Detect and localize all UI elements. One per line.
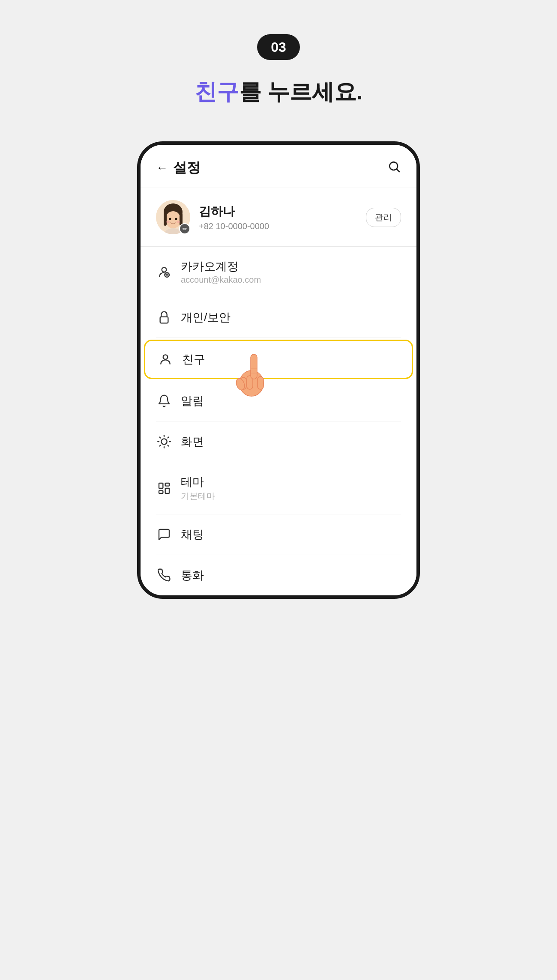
screen-title: 설정: [173, 158, 201, 177]
phone-icon: [156, 567, 172, 583]
avatar-wrap: ✏: [156, 200, 190, 234]
svg-line-29: [160, 437, 161, 438]
svg-point-0: [389, 162, 398, 170]
svg-point-10: [177, 221, 180, 223]
instruction-text: 친구를 누르세요.: [195, 77, 363, 107]
svg-point-9: [166, 221, 170, 223]
search-button[interactable]: [387, 160, 401, 176]
svg-line-34: [168, 437, 168, 438]
menu-item-friends-content: 친구: [182, 352, 400, 367]
back-button[interactable]: ←: [156, 161, 168, 175]
step-badge: 03: [257, 34, 300, 60]
theme-icon: [156, 480, 172, 496]
svg-line-1: [397, 169, 399, 172]
menu-item-call[interactable]: 통화: [141, 555, 416, 595]
svg-point-8: [175, 218, 177, 220]
instruction-suffix: 를 누르세요.: [239, 79, 363, 104]
svg-rect-37: [165, 488, 169, 493]
menu-item-kakao-account-sub: account@kakao.com: [181, 275, 401, 285]
svg-rect-36: [165, 483, 169, 486]
menu-item-kakao-account-label: 카카오계정: [181, 259, 401, 274]
svg-point-12: [162, 267, 167, 272]
menu-item-theme-content: 테마 기본테마: [181, 474, 401, 502]
svg-rect-5: [164, 213, 167, 226]
menu-item-call-label: 통화: [181, 568, 401, 583]
page-wrapper: 03 친구를 누르세요. ← 설정: [0, 0, 557, 980]
menu-item-friends-label: 친구: [182, 352, 400, 367]
menu-item-notification-label: 알림: [181, 393, 401, 409]
menu-item-chat[interactable]: 채팅: [141, 514, 416, 555]
menu-item-theme[interactable]: 테마 기본테마: [141, 462, 416, 514]
profile-section[interactable]: ✏ 김하나 +82 10-0000-0000 관리: [141, 188, 416, 247]
svg-rect-35: [159, 483, 163, 488]
instruction-highlight: 친구: [195, 79, 239, 104]
divider-2: [156, 338, 401, 338]
edit-icon: ✏: [183, 226, 187, 232]
menu-item-screen-content: 화면: [181, 434, 401, 449]
edit-avatar-button[interactable]: ✏: [179, 223, 190, 234]
svg-point-26: [161, 439, 167, 444]
svg-line-30: [168, 445, 168, 446]
header-left: ← 설정: [156, 158, 201, 177]
menu-item-privacy[interactable]: 개인/보안: [141, 297, 416, 338]
profile-info: 김하나 +82 10-0000-0000: [199, 203, 357, 231]
menu-item-screen[interactable]: 화면: [141, 421, 416, 462]
menu-item-privacy-content: 개인/보안: [181, 310, 401, 325]
menu-item-chat-label: 채팅: [181, 527, 401, 542]
svg-rect-38: [159, 490, 163, 493]
svg-point-4: [165, 211, 181, 228]
profile-name: 김하나: [199, 203, 357, 220]
phone-screen: ← 설정: [141, 145, 416, 595]
svg-line-33: [160, 445, 161, 446]
menu-item-notification[interactable]: 알림: [141, 381, 416, 421]
svg-point-7: [169, 218, 171, 220]
manage-button[interactable]: 관리: [366, 208, 401, 227]
step-number: 03: [271, 39, 286, 55]
menu-item-theme-label: 테마: [181, 474, 401, 490]
menu-list: 카카오계정 account@kakao.com 개인/보안: [141, 247, 416, 595]
account-icon: [156, 264, 172, 280]
menu-item-notification-content: 알림: [181, 393, 401, 409]
brightness-icon: [156, 433, 172, 450]
menu-item-chat-content: 채팅: [181, 527, 401, 542]
phone-frame: ← 설정: [137, 141, 420, 599]
screen-header: ← 설정: [141, 145, 416, 188]
menu-item-kakao-account[interactable]: 카카오계정 account@kakao.com: [141, 247, 416, 297]
person-icon: [157, 351, 174, 368]
chat-icon: [156, 526, 172, 543]
lock-icon: [156, 309, 172, 326]
bell-icon: [156, 393, 172, 409]
menu-item-theme-sub: 기본테마: [181, 490, 401, 502]
menu-item-call-content: 통화: [181, 568, 401, 583]
menu-item-privacy-label: 개인/보안: [181, 310, 401, 325]
menu-item-kakao-account-content: 카카오계정 account@kakao.com: [181, 259, 401, 285]
svg-point-17: [163, 355, 168, 359]
menu-item-screen-label: 화면: [181, 434, 401, 449]
menu-item-friends[interactable]: 친구: [144, 340, 413, 379]
svg-rect-16: [160, 317, 168, 323]
profile-phone: +82 10-0000-0000: [199, 221, 357, 231]
